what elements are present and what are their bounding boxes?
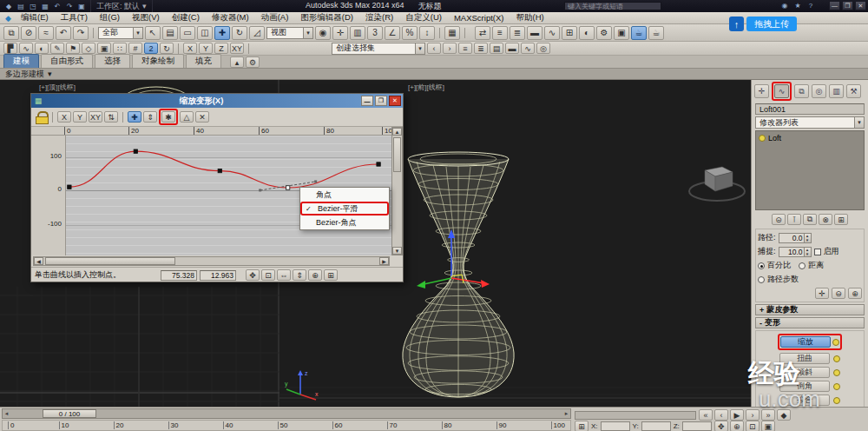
project-folder-icon[interactable]: ▣ <box>76 2 87 11</box>
redo-icon[interactable]: ↷ <box>64 2 75 11</box>
scroll-up-icon[interactable]: ▲ <box>392 128 402 136</box>
hierarchy-tab-icon[interactable]: ⧉ <box>794 84 809 98</box>
communication-center-icon[interactable]: ◉ <box>779 1 790 10</box>
zoom-region-icon[interactable]: ⊞ <box>324 269 338 281</box>
modifier-stack[interactable]: Loft <box>755 130 865 210</box>
swap-deform-curves-icon[interactable]: ⇅ <box>104 111 118 123</box>
array-tool-icon[interactable]: ∷ <box>113 43 127 54</box>
restrict-y-icon[interactable]: Y <box>199 43 213 54</box>
slider-right-icon[interactable]: ▸ <box>562 409 570 418</box>
snap-toggle-3d-icon[interactable]: 3 <box>367 26 383 40</box>
bulb-icon[interactable] <box>833 369 840 376</box>
menu-item[interactable]: 帮助(H) <box>510 12 549 23</box>
time-slider-track[interactable]: ◂ 0 / 100 ▸ <box>2 408 571 419</box>
select-set-forward-icon[interactable]: › <box>443 43 457 54</box>
search-input[interactable]: 键入关键字或短语 <box>564 2 661 10</box>
schematic-view-icon[interactable]: ⊞ <box>562 26 577 40</box>
material-editor-icon[interactable]: ◐ <box>579 26 595 40</box>
utilities-tab-icon[interactable]: ⚒ <box>846 84 861 98</box>
viewport-label-front[interactable]: [+][前][线框] <box>408 83 444 92</box>
isolate-selection-icon[interactable]: ◇ <box>82 43 95 54</box>
workspace-selector[interactable]: 工作区: 默认 ▾ <box>90 0 153 12</box>
pin-stack-icon[interactable]: ⊝ <box>772 214 786 225</box>
graphite-toggle-icon[interactable]: ▬ <box>527 26 542 40</box>
previous-shape-icon[interactable]: ⊖ <box>832 288 845 299</box>
freeform-tools-icon[interactable]: ∿ <box>19 43 33 54</box>
display-x-axis-icon[interactable]: X <box>57 111 71 123</box>
create-tab-icon[interactable]: ✛ <box>754 84 769 98</box>
ribbon-tab[interactable]: 建模 <box>3 54 39 68</box>
spinner-arrows-icon[interactable]: ▴▾ <box>804 234 811 242</box>
modifier-stack-item[interactable]: Loft <box>757 132 863 143</box>
delete-control-point-icon[interactable]: ✕ <box>195 111 209 123</box>
modify-tab-icon[interactable]: ∿ <box>774 84 789 98</box>
mirror-icon[interactable]: ⇄ <box>475 26 490 40</box>
select-by-name-icon[interactable]: ▤ <box>162 26 178 40</box>
app-logo-icon[interactable]: ◆ <box>3 2 14 11</box>
enable-checkbox[interactable] <box>814 249 821 255</box>
previous-frame-icon[interactable]: ‹ <box>714 409 728 421</box>
menu-item[interactable]: 组(G) <box>94 12 126 23</box>
insert-corner-point-icon[interactable]: ✱ <box>161 111 175 123</box>
rectangular-selection-region-icon[interactable]: ▭ <box>180 26 195 40</box>
ribbon-tab[interactable]: 自由形式 <box>41 54 93 68</box>
render-iterative-icon[interactable]: ☕ <box>648 26 664 40</box>
spinner-snap-icon[interactable]: ↕ <box>419 26 435 40</box>
ribbon-tab[interactable]: 选择 <box>95 54 130 68</box>
polygon-modeling-panel-label[interactable]: 多边形建模 <box>5 69 44 80</box>
spinner-arrows-icon[interactable]: ▴▾ <box>804 248 811 256</box>
unlink-selection-icon[interactable]: ⊘ <box>21 26 36 40</box>
pan-icon[interactable]: ✥ <box>246 269 260 281</box>
bulb-icon[interactable] <box>833 397 840 404</box>
max-logo-icon[interactable]: ◆ <box>2 14 15 23</box>
ribbon-config-icon[interactable]: ⚙ <box>246 56 260 68</box>
menu-item[interactable]: 视图(V) <box>126 12 166 23</box>
menu-item[interactable]: 图形编辑器(D) <box>294 12 359 23</box>
bulb-icon[interactable] <box>833 383 840 390</box>
deformations-rollout-header[interactable]: - 变形 <box>755 317 865 328</box>
maximize-button[interactable]: ❐ <box>842 1 853 10</box>
pan-view-icon[interactable]: ✥ <box>714 421 728 431</box>
quick-align-icon[interactable]: ≡ <box>458 43 472 54</box>
track-view-icon[interactable]: ∿ <box>521 43 535 54</box>
snapshot-icon[interactable]: ◎ <box>536 43 550 54</box>
upload-label[interactable]: 拖拽上传 <box>746 17 797 31</box>
dialog-close-button[interactable]: ✕ <box>389 96 401 106</box>
zoom-icon[interactable]: ⊕ <box>308 269 322 281</box>
insert-bezier-point-icon[interactable]: △ <box>180 111 194 123</box>
select-and-move-icon[interactable]: ✚ <box>214 26 230 40</box>
window-crossing-icon[interactable]: ◫ <box>197 26 213 40</box>
reference-coordinate-dropdown[interactable]: 视图 ▾ <box>266 27 313 39</box>
move-control-point-icon[interactable]: ✚ <box>128 111 141 123</box>
bulb-icon[interactable] <box>832 339 839 346</box>
new-scene-icon[interactable]: ▤ <box>16 2 26 11</box>
menu-item[interactable]: 自定义(U) <box>399 12 448 23</box>
path-spinner[interactable]: 0.0 ▴▾ <box>779 233 812 243</box>
percent-snap-icon[interactable]: % <box>402 26 418 40</box>
selection-lock-icon[interactable]: ▣ <box>97 43 111 54</box>
slider-left-icon[interactable]: ◂ <box>3 409 10 418</box>
pick-shape-icon[interactable]: ✛ <box>815 288 829 299</box>
configure-modifier-sets-icon[interactable]: ⊞ <box>834 214 848 225</box>
menu-item-bezier-corner[interactable]: Bezier-角点 <box>300 216 389 229</box>
favorites-icon[interactable]: ★ <box>792 1 803 10</box>
toggle-ribbon-icon[interactable]: ▬ <box>505 43 519 54</box>
close-button[interactable]: ✕ <box>855 1 866 10</box>
menu-item-bezier-smooth[interactable]: ✓ Bezier-平滑 <box>300 202 389 216</box>
undo-icon[interactable]: ↶ <box>52 2 62 11</box>
scroll-down-icon[interactable]: ▼ <box>392 247 402 255</box>
modifier-list-dropdown[interactable]: 修改器列表 ▾ <box>755 116 865 129</box>
snap-spinner[interactable]: 10.0 ▴▾ <box>779 247 812 257</box>
layer-manager-icon[interactable]: ≣ <box>510 26 525 40</box>
display-tab-icon[interactable]: ▥ <box>829 84 844 98</box>
menu-item[interactable]: MAXScript(X) <box>448 12 510 23</box>
ribbon-minimize-icon[interactable]: ▴ <box>230 56 244 68</box>
zoom-view-icon[interactable]: ⊕ <box>730 421 744 431</box>
selection-paint-icon[interactable]: ◐ <box>35 43 49 54</box>
z-coordinate-field[interactable] <box>682 421 712 431</box>
selection-filter-dropdown[interactable]: 全部 ▾ <box>98 27 143 39</box>
keyboard-override-icon[interactable]: ▥ <box>350 26 365 40</box>
zoom-horizontal-extents-icon[interactable]: ⇔ <box>277 269 291 281</box>
remove-modifier-icon[interactable]: ⊗ <box>819 214 832 225</box>
upload-icon[interactable]: ↑ <box>729 17 744 31</box>
